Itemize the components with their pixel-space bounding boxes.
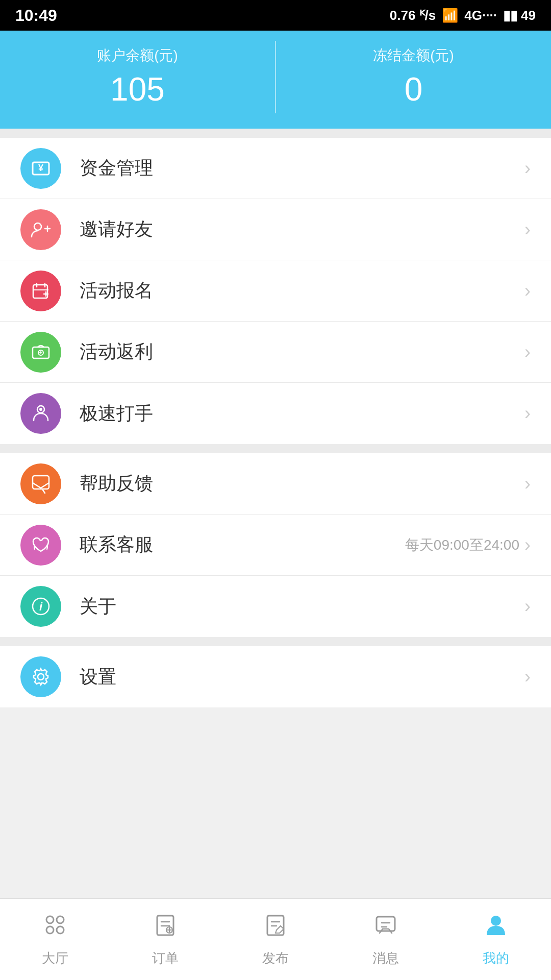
- menu-item-contact[interactable]: 联系客服 每天09:00至24:00 ›: [0, 514, 551, 576]
- about-chevron: ›: [524, 596, 531, 617]
- svg-point-24: [46, 926, 54, 934]
- svg-point-2: [34, 223, 41, 230]
- activity-rebate-icon: [20, 332, 61, 373]
- menu-item-activity-reg[interactable]: 活动报名 ›: [0, 260, 551, 322]
- svg-line-18: [43, 490, 45, 493]
- activity-reg-label: 活动报名: [80, 278, 524, 303]
- messages-label: 消息: [372, 949, 399, 967]
- invite-chevron: ›: [524, 219, 531, 240]
- menu-item-fast-typer[interactable]: 极速打手 ›: [0, 383, 551, 444]
- nav-item-messages[interactable]: 消息: [331, 899, 441, 980]
- menu-item-fund[interactable]: ¥ 资金管理 ›: [0, 138, 551, 199]
- svg-text:¥: ¥: [38, 163, 43, 173]
- about-label: 关于: [80, 594, 524, 619]
- mine-label: 我的: [483, 949, 509, 967]
- nav-item-orders[interactable]: 订单: [110, 899, 220, 980]
- nav-item-hall[interactable]: 大厅: [0, 899, 110, 980]
- frozen-amount: 冻结金额(元) 0: [276, 41, 551, 113]
- balance-header: 账户余额(元) 105 冻结金额(元) 0: [0, 31, 551, 129]
- menu-item-invite[interactable]: 邀请好友 ›: [0, 199, 551, 260]
- fast-typer-label: 极速打手: [80, 401, 524, 426]
- menu-group-2: 帮助反馈 › 联系客服 每天09:00至24:00 › i 关于 ›: [0, 453, 551, 637]
- menu-item-settings[interactable]: 设置 ›: [0, 646, 551, 707]
- invite-icon: [20, 209, 61, 250]
- hall-label: 大厅: [42, 949, 68, 967]
- settings-icon: [20, 656, 61, 697]
- section-divider-2: [0, 444, 551, 453]
- svg-rect-17: [33, 476, 49, 489]
- menu-group-3: 设置 ›: [0, 646, 551, 707]
- status-bar: 10:49 0.76 ᴷ/s 📶 4G···· ▮▮ 49: [0, 0, 551, 31]
- help-chevron: ›: [524, 473, 531, 495]
- menu-group-1: ¥ 资金管理 › 邀请好友 ›: [0, 138, 551, 444]
- contact-chevron: ›: [524, 534, 531, 556]
- frozen-label: 冻结金额(元): [276, 46, 551, 65]
- account-balance: 账户余额(元) 105: [0, 41, 276, 113]
- fund-label: 资金管理: [80, 156, 524, 181]
- menu-item-help[interactable]: 帮助反馈 ›: [0, 453, 551, 514]
- settings-chevron: ›: [524, 666, 531, 688]
- invite-label: 邀请好友: [80, 217, 524, 242]
- svg-point-23: [57, 916, 64, 923]
- fund-chevron: ›: [524, 158, 531, 179]
- menu-item-about[interactable]: i 关于 ›: [0, 576, 551, 637]
- battery-icon: ▮▮ 49: [503, 8, 536, 23]
- fund-icon: ¥: [20, 148, 61, 189]
- svg-point-22: [46, 916, 54, 923]
- signal-icon: 4G····: [464, 8, 497, 23]
- contact-label: 联系客服: [80, 532, 405, 557]
- nav-item-publish[interactable]: 发布: [220, 899, 331, 980]
- activity-rebate-label: 活动返利: [80, 339, 524, 364]
- svg-point-16: [39, 408, 42, 411]
- svg-point-21: [38, 674, 44, 680]
- svg-point-25: [57, 926, 64, 934]
- bottom-nav: 大厅 订单 发布: [0, 898, 551, 980]
- fast-typer-icon: [20, 393, 61, 434]
- help-icon: [20, 463, 61, 504]
- activity-rebate-chevron: ›: [524, 341, 531, 363]
- section-divider-3: [0, 637, 551, 646]
- about-icon: i: [20, 586, 61, 627]
- menu-item-activity-rebate[interactable]: 活动返利 ›: [0, 322, 551, 383]
- activity-reg-chevron: ›: [524, 280, 531, 302]
- fast-typer-chevron: ›: [524, 403, 531, 424]
- activity-reg-icon: [20, 271, 61, 311]
- messages-icon: [372, 912, 399, 944]
- account-balance-label: 账户余额(元): [0, 46, 275, 65]
- wifi-icon: 📶: [442, 8, 458, 23]
- help-label: 帮助反馈: [80, 471, 524, 496]
- orders-label: 订单: [152, 949, 179, 967]
- contact-sub: 每天09:00至24:00: [405, 535, 519, 555]
- svg-text:i: i: [39, 600, 43, 613]
- status-time: 10:49: [15, 6, 57, 25]
- publish-label: 发布: [262, 949, 289, 967]
- contact-icon: [20, 525, 61, 566]
- settings-label: 设置: [80, 665, 524, 690]
- section-divider-1: [0, 129, 551, 138]
- svg-point-38: [491, 916, 501, 926]
- orders-icon: [152, 912, 179, 944]
- status-right: 0.76 ᴷ/s 📶 4G···· ▮▮ 49: [390, 8, 536, 23]
- publish-icon: [262, 912, 289, 944]
- network-speed: 0.76 ᴷ/s: [390, 8, 436, 23]
- mine-icon: [483, 912, 509, 944]
- hall-icon: [42, 912, 68, 944]
- nav-item-mine[interactable]: 我的: [441, 899, 551, 980]
- account-balance-value: 105: [0, 70, 275, 108]
- frozen-value: 0: [276, 70, 551, 108]
